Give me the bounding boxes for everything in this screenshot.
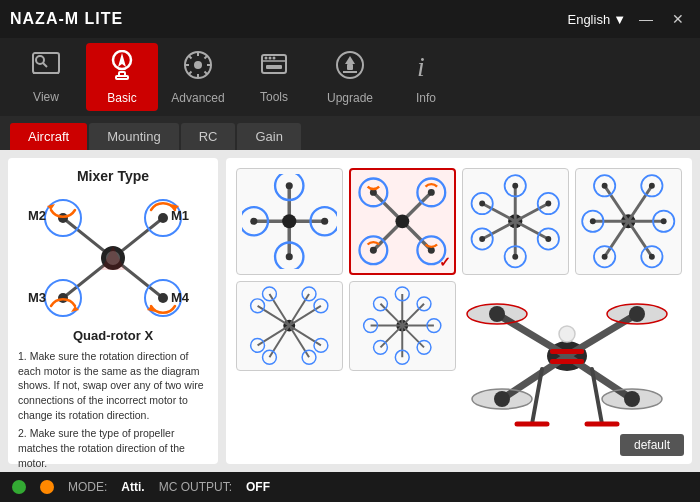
tab-gain[interactable]: Gain (237, 123, 300, 150)
status-dot-orange (40, 480, 54, 494)
svg-point-158 (494, 391, 510, 407)
status-bar: MODE: Atti. MC OUTPUT: OFF (0, 472, 700, 502)
svg-line-117 (290, 306, 322, 326)
svg-point-9 (194, 61, 202, 69)
svg-point-41 (158, 213, 168, 223)
advanced-icon (183, 50, 213, 87)
drone-diagram: M2 M1 M3 M4 (23, 188, 203, 328)
nav-info-label: Info (416, 91, 436, 105)
svg-text:M2: M2 (28, 208, 46, 223)
svg-rect-166 (550, 349, 584, 354)
nav-tools[interactable]: Tools (238, 43, 310, 111)
svg-line-17 (189, 71, 192, 74)
mixer-quad-plus[interactable] (236, 168, 343, 275)
svg-rect-23 (266, 65, 282, 69)
svg-line-15 (205, 71, 208, 74)
svg-point-59 (286, 183, 293, 190)
sub-tabs: Aircraft Mounting RC Gain (0, 116, 700, 150)
svg-line-122 (258, 306, 290, 326)
svg-marker-25 (345, 56, 355, 64)
svg-line-100 (605, 222, 629, 257)
mode-value: Atti. (121, 480, 144, 494)
view-icon (31, 51, 61, 86)
right-panel: ✓ (226, 158, 692, 464)
mixer-quad-x[interactable]: ✓ (349, 168, 456, 275)
svg-point-20 (265, 56, 268, 59)
mc-output-value: OFF (246, 480, 270, 494)
svg-point-2 (36, 56, 44, 64)
svg-point-21 (269, 56, 272, 59)
svg-point-160 (624, 391, 640, 407)
svg-point-61 (251, 218, 258, 225)
svg-point-94 (546, 236, 552, 242)
svg-point-60 (286, 253, 293, 260)
svg-point-73 (428, 189, 435, 196)
svg-line-121 (258, 326, 290, 346)
mode-label: MODE: (68, 480, 107, 494)
svg-point-111 (590, 219, 596, 225)
nav-view-label: View (33, 90, 59, 104)
quad-name: Quad-rotor X (18, 328, 208, 343)
mixer-hex-x[interactable] (575, 168, 682, 275)
tab-mounting[interactable]: Mounting (89, 123, 178, 150)
minimize-button[interactable]: — (634, 9, 658, 29)
svg-point-156 (629, 306, 645, 322)
mc-output-label: MC OUTPUT: (159, 480, 232, 494)
drone-photo (452, 279, 682, 434)
nav-view[interactable]: View (10, 43, 82, 111)
close-button[interactable]: ✕ (666, 9, 690, 29)
svg-point-89 (513, 183, 519, 189)
svg-point-91 (479, 201, 485, 207)
left-panel: Mixer Type (8, 158, 218, 464)
mixer-type-grid-top: ✓ (236, 168, 682, 275)
svg-text:M1: M1 (171, 208, 189, 223)
svg-point-22 (273, 56, 276, 59)
basic-icon (106, 50, 138, 87)
svg-line-101 (629, 222, 653, 257)
svg-line-14 (189, 55, 192, 58)
nav-tools-label: Tools (260, 90, 288, 104)
svg-line-137 (403, 326, 425, 348)
svg-point-154 (489, 306, 505, 322)
mixer-octo-x[interactable] (236, 281, 343, 371)
svg-point-108 (602, 183, 608, 189)
selected-checkmark: ✓ (439, 254, 451, 270)
nav-basic[interactable]: Basic (86, 43, 158, 111)
svg-line-120 (270, 326, 290, 358)
tools-icon (259, 51, 289, 86)
nav-advanced-label: Advanced (171, 91, 224, 105)
svg-rect-7 (116, 76, 128, 79)
svg-rect-26 (347, 64, 353, 70)
tab-rc[interactable]: RC (181, 123, 236, 150)
svg-point-110 (661, 219, 667, 225)
nav-info[interactable]: i Info (390, 43, 462, 111)
svg-line-115 (270, 294, 290, 326)
svg-point-165 (559, 326, 575, 342)
tab-aircraft[interactable]: Aircraft (10, 123, 87, 150)
content-area: Mixer Type (0, 150, 700, 472)
svg-text:i: i (417, 51, 425, 80)
nav-upgrade[interactable]: Upgrade (314, 43, 386, 111)
default-button[interactable]: default (620, 434, 684, 456)
svg-line-139 (381, 304, 403, 326)
svg-point-92 (546, 201, 552, 207)
info-icon: i (412, 50, 440, 87)
svg-line-118 (290, 326, 322, 346)
svg-line-116 (290, 294, 310, 326)
mixer-octo-plus[interactable] (349, 281, 456, 371)
svg-line-96 (605, 186, 629, 221)
upgrade-icon (335, 50, 365, 87)
instructions: 1. Make sure the rotation direction of e… (18, 349, 208, 475)
svg-point-54 (282, 214, 296, 228)
language-selector[interactable]: English ▼ (567, 12, 626, 27)
mixer-hex-plus[interactable] (462, 168, 569, 275)
svg-point-93 (479, 236, 485, 242)
nav-upgrade-label: Upgrade (327, 91, 373, 105)
svg-line-16 (205, 55, 208, 58)
svg-marker-5 (118, 53, 126, 67)
svg-point-90 (513, 254, 519, 260)
nav-bar: View Basic (0, 38, 700, 116)
status-dot-green (12, 480, 26, 494)
nav-advanced[interactable]: Advanced (162, 43, 234, 111)
svg-line-119 (290, 326, 310, 358)
